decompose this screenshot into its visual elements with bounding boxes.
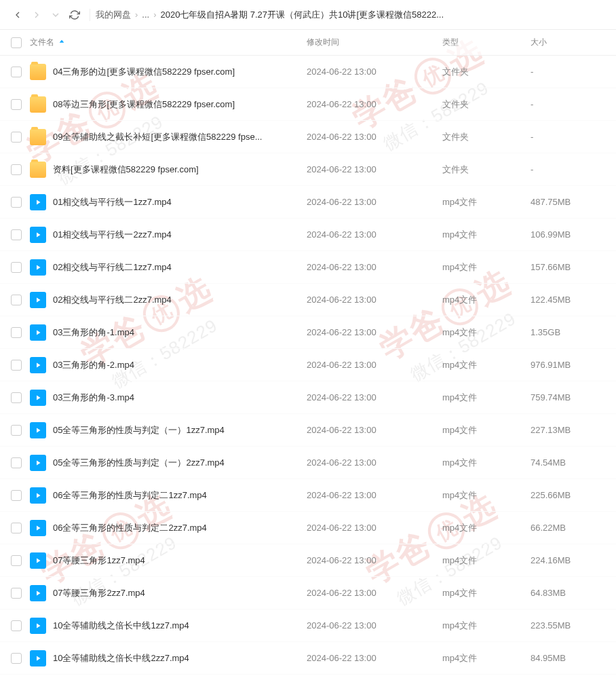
file-type: mp4文件 [442, 522, 531, 534]
file-name[interactable]: 05全等三角形的性质与判定（一）2zz7.mp4 [53, 457, 307, 469]
row-checkbox[interactable] [11, 327, 22, 338]
file-name[interactable]: 资料[更多课程微信582229 fpser.com] [53, 164, 307, 176]
column-header-name[interactable]: 文件名 [30, 37, 307, 48]
file-name[interactable]: 10全等辅助线之倍长中线2zz7.mp4 [53, 652, 307, 664]
file-name[interactable]: 04三角形的边[更多课程微信582229 fpser.com] [53, 66, 307, 78]
table-row[interactable]: 03三角形的角-2.mp42024-06-22 13:00mp4文件976.91… [0, 349, 616, 381]
file-name[interactable]: 01相交线与平行线一1zz7.mp4 [53, 196, 307, 208]
table-row[interactable]: 10全等辅助线之倍长中线2zz7.mp42024-06-22 13:00mp4文… [0, 642, 616, 675]
table-row[interactable]: 04三角形的边[更多课程微信582229 fpser.com]2024-06-2… [0, 56, 616, 88]
file-name[interactable]: 07等腰三角形2zz7.mp4 [53, 587, 307, 599]
nav-refresh-button[interactable] [65, 5, 84, 24]
table-row[interactable]: 03三角形的角-1.mp42024-06-22 13:00mp4文件1.35GB [0, 316, 616, 349]
video-file-icon [30, 357, 46, 373]
file-size: - [531, 67, 605, 77]
table-row[interactable]: 05全等三角形的性质与判定（一）1zz7.mp42024-06-22 13:00… [0, 414, 616, 447]
file-name[interactable]: 05全等三角形的性质与判定（一）1zz7.mp4 [53, 424, 307, 436]
file-modified: 2024-06-22 13:00 [307, 490, 442, 500]
file-size: 106.99MB [531, 229, 605, 240]
table-row[interactable]: 10全等辅助线之倍长中线1zz7.mp42024-06-22 13:00mp4文… [0, 609, 616, 642]
file-type: mp4文件 [442, 294, 531, 306]
video-file-icon [30, 390, 46, 406]
file-name[interactable]: 09全等辅助线之截长补短[更多课程微信582229 fpse... [53, 131, 307, 143]
file-modified: 2024-06-22 13:00 [307, 360, 442, 370]
breadcrumb-current[interactable]: 2020七年级自招A暑期 7.27开课（何武庄）共10讲[更多课程微信58222… [161, 9, 444, 21]
select-all-checkbox[interactable] [11, 37, 22, 48]
file-name[interactable]: 10全等辅助线之倍长中线1zz7.mp4 [53, 620, 307, 632]
folder-icon [30, 129, 46, 145]
file-modified: 2024-06-22 13:00 [307, 229, 442, 240]
file-name[interactable]: 08等边三角形[更多课程微信582229 fpser.com] [53, 98, 307, 111]
file-name[interactable]: 03三角形的角-1.mp4 [53, 326, 307, 339]
file-type: mp4文件 [442, 620, 531, 632]
table-row[interactable]: 09全等辅助线之截长补短[更多课程微信582229 fpse...2024-06… [0, 121, 616, 153]
row-checkbox[interactable] [11, 360, 22, 371]
row-checkbox[interactable] [11, 392, 22, 403]
file-size: 487.75MB [531, 197, 605, 207]
file-type: 文件夹 [442, 66, 531, 78]
file-name[interactable]: 06全等三角形的性质与判定二2zz7.mp4 [53, 522, 307, 534]
table-row[interactable]: 02相交线与平行线二1zz7.mp42024-06-22 13:00mp4文件1… [0, 251, 616, 284]
file-size: - [531, 99, 605, 109]
row-checkbox[interactable] [11, 653, 22, 664]
file-size: 122.45MB [531, 295, 605, 305]
row-checkbox[interactable] [11, 457, 22, 468]
breadcrumb-ellipsis[interactable]: ... [142, 10, 149, 20]
file-name[interactable]: 03三角形的角-2.mp4 [53, 359, 307, 371]
nav-forward-button[interactable] [27, 5, 46, 24]
row-checkbox[interactable] [11, 262, 22, 273]
file-modified: 2024-06-22 13:00 [307, 262, 442, 272]
file-size: 1.35GB [531, 327, 605, 337]
table-row[interactable]: 资料[更多课程微信582229 fpser.com]2024-06-22 13:… [0, 153, 616, 186]
row-checkbox[interactable] [11, 555, 22, 566]
row-checkbox[interactable] [11, 295, 22, 305]
table-row[interactable]: 06全等三角形的性质与判定二2zz7.mp42024-06-22 13:00mp… [0, 512, 616, 544]
row-checkbox[interactable] [11, 132, 22, 143]
table-row[interactable]: 05全等三角形的性质与判定（一）2zz7.mp42024-06-22 13:00… [0, 447, 616, 479]
table-header: 文件名 修改时间 类型 大小 [0, 30, 616, 56]
table-row[interactable]: 06全等三角形的性质与判定二1zz7.mp42024-06-22 13:00mp… [0, 479, 616, 512]
file-name[interactable]: 02相交线与平行线二2zz7.mp4 [53, 294, 307, 306]
nav-back-button[interactable] [8, 5, 27, 24]
row-checkbox[interactable] [11, 229, 22, 240]
file-type: mp4文件 [442, 359, 531, 371]
table-row[interactable]: 08等边三角形[更多课程微信582229 fpser.com]2024-06-2… [0, 88, 616, 121]
nav-dropdown-button[interactable] [46, 5, 65, 24]
file-size: - [531, 132, 605, 142]
table-row[interactable]: 02相交线与平行线二2zz7.mp42024-06-22 13:00mp4文件1… [0, 284, 616, 316]
file-name[interactable]: 03三角形的角-3.mp4 [53, 392, 307, 404]
table-row[interactable]: 07等腰三角形1zz7.mp42024-06-22 13:00mp4文件224.… [0, 544, 616, 577]
file-name[interactable]: 07等腰三角形1zz7.mp4 [53, 555, 307, 567]
file-name[interactable]: 06全等三角形的性质与判定二1zz7.mp4 [53, 489, 307, 502]
row-checkbox[interactable] [11, 490, 22, 501]
file-type: mp4文件 [442, 489, 531, 502]
file-modified: 2024-06-22 13:00 [307, 555, 442, 565]
row-checkbox[interactable] [11, 99, 22, 110]
file-type: mp4文件 [442, 196, 531, 208]
column-header-modified[interactable]: 修改时间 [307, 37, 442, 48]
file-name[interactable]: 01相交线与平行线一2zz7.mp4 [53, 229, 307, 241]
row-checkbox[interactable] [11, 425, 22, 436]
file-size: - [531, 164, 605, 174]
file-size: 976.91MB [531, 360, 605, 370]
file-list: 04三角形的边[更多课程微信582229 fpser.com]2024-06-2… [0, 56, 616, 675]
row-checkbox[interactable] [11, 197, 22, 208]
table-row[interactable]: 01相交线与平行线一1zz7.mp42024-06-22 13:00mp4文件4… [0, 186, 616, 219]
row-checkbox[interactable] [11, 588, 22, 599]
column-header-type[interactable]: 类型 [442, 37, 531, 48]
row-checkbox[interactable] [11, 67, 22, 77]
table-row[interactable]: 07等腰三角形2zz7.mp42024-06-22 13:00mp4文件64.8… [0, 577, 616, 609]
table-row[interactable]: 01相交线与平行线一2zz7.mp42024-06-22 13:00mp4文件1… [0, 219, 616, 251]
video-file-icon [30, 194, 46, 210]
file-type: mp4文件 [442, 457, 531, 469]
row-checkbox[interactable] [11, 620, 22, 631]
row-checkbox[interactable] [11, 523, 22, 533]
video-file-icon [30, 585, 46, 601]
table-row[interactable]: 03三角形的角-3.mp42024-06-22 13:00mp4文件759.74… [0, 381, 616, 414]
file-type: mp4文件 [442, 392, 531, 404]
column-header-size[interactable]: 大小 [531, 37, 605, 48]
file-name[interactable]: 02相交线与平行线二1zz7.mp4 [53, 261, 307, 274]
file-modified: 2024-06-22 13:00 [307, 295, 442, 305]
row-checkbox[interactable] [11, 164, 22, 175]
breadcrumb-root[interactable]: 我的网盘 [96, 9, 131, 21]
